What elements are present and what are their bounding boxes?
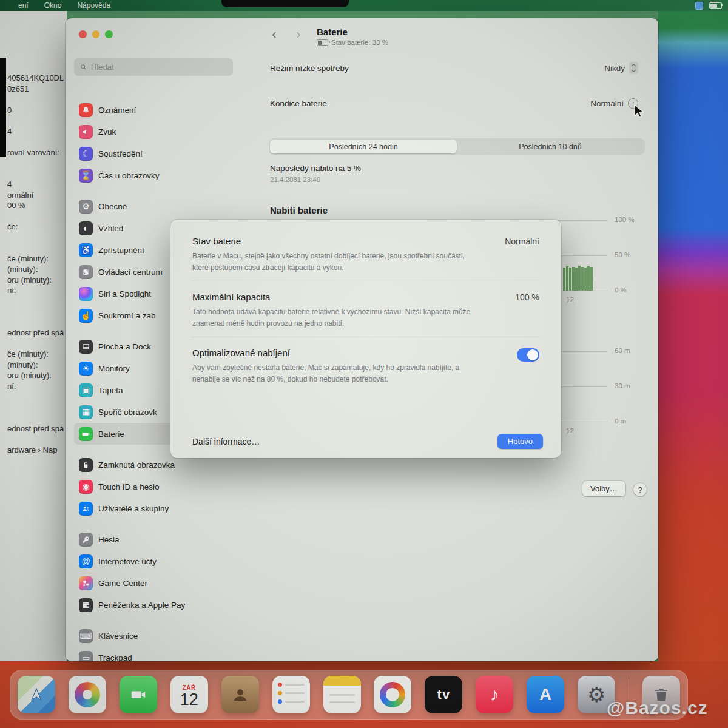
background-text-line [7,413,66,423]
background-text-line [7,317,66,328]
forward-button[interactable]: › [291,27,306,42]
background-text-line: če (minuty): [7,254,66,265]
background-text-line [7,211,66,222]
menubar-battery-icon[interactable] [709,2,722,9]
control-center-icon [79,265,93,279]
sidebar-item-label: Ovládací centrum [98,268,163,277]
background-text-line: rovní varování: [7,147,66,158]
dock-apple-tv-icon[interactable]: tv [425,676,462,713]
dock-maps-icon[interactable] [18,676,55,713]
sidebar-item-touch-id-a-heslo[interactable]: ◉Touch ID a heslo [74,476,240,497]
sidebar-item-game-center[interactable]: Game Center [74,572,240,594]
app-store-letter: A [539,686,551,703]
dock: ZÁŘ12tv♪A⚙ [10,670,688,720]
sidebar-group: OznámeníZvuk☾Soustředění⌛Čas u obrazovky [74,99,240,186]
chart-bar [563,268,565,291]
screensaver-icon: ▦ [79,405,93,419]
background-text-line [7,94,66,105]
dock-calendar-icon[interactable]: ZÁŘ12 [170,676,208,713]
speaker-icon [79,125,93,139]
dock-app-store-icon[interactable]: A [527,676,564,713]
dock-photos-icon[interactable] [69,676,106,713]
done-button[interactable]: Hotovo [497,434,543,449]
sidebar-item-oznameni[interactable]: Oznámení [74,99,240,121]
chart-bar [569,268,571,291]
menu-okno[interactable]: Okno [44,1,62,10]
optimalizovane-nabijeni-description: Aby vám zbytečně nestárla baterie, Mac s… [192,362,482,385]
people-icon [79,502,93,516]
sidebar-item-klavesnice[interactable]: ⌨Klávesnice [74,625,240,647]
minimize-button[interactable] [92,30,100,38]
battery-health-label: Kondice baterie [270,99,327,108]
sidebar-item-penezenka-a-apple-pay[interactable]: Peněženka a Apple Pay [74,594,240,616]
background-text-line [7,434,66,445]
popover-rows: Stav baterieBaterie v Macu, stejně jako … [170,226,561,393]
menubar-app-icon[interactable] [695,2,703,10]
back-button[interactable]: ‹ [267,27,281,42]
maximalni-kapacita-description: Tato hodnota udává kapacitu baterie rela… [192,306,482,329]
background-text-line [7,339,66,349]
sidebar-item-obecne[interactable]: ⚙Obecné [74,195,240,217]
dock-contacts-icon[interactable] [221,676,259,713]
background-text-line: 405614KQ10DL [7,73,66,84]
optimized-charging-toggle[interactable] [517,348,539,362]
low-power-label: Režim nízké spotřeby [270,64,349,73]
menu-napoveda[interactable]: Nápověda [77,1,110,10]
background-text-line [7,115,66,126]
sidebar-item-label: Uživatelé a skupiny [98,504,169,513]
close-button[interactable] [79,30,87,38]
chart-bar [578,266,581,291]
time-range-segmented-control: Posledních 24 hodinPosledních 10 dnů [269,138,645,155]
sidebar-item-trackpad[interactable]: ▭Trackpad [74,647,240,661]
search-placeholder: Hledat [91,62,114,72]
chart-x-tick: 12 [566,296,574,303]
options-button[interactable]: Volby… [582,481,625,496]
search-input[interactable]: Hledat [74,58,233,76]
sidebar-item-label: Game Center [98,579,147,588]
reminder-row [278,691,305,695]
dock-music-icon[interactable]: ♪ [476,676,513,713]
sidebar-item-internetove-ucty[interactable]: @Internetové účty [74,550,240,572]
dock-wave-app-icon[interactable] [374,676,411,713]
sidebar-item-label: Baterie [98,430,124,439]
low-power-select[interactable]: Nikdy [604,62,638,74]
battery-status-icon [317,39,328,46]
sidebar-item-uzivatele-a-skupiny[interactable]: Uživatelé a skupiny [74,497,240,519]
background-text-line [7,296,66,307]
battery-health-popover: Stav baterieBaterie v Macu, stejně jako … [170,220,561,458]
background-text-line: 0 [7,105,66,116]
sidebar-item-cas-u-obrazovky[interactable]: ⌛Čas u obrazovky [74,164,240,186]
menubar-dark-patch [221,0,349,7]
menubar-menus: eníOknoNápověda [0,1,110,10]
more-info-button[interactable]: Další informace… [192,437,260,447]
low-power-row: Režim nízké spotřeby Nikdy [270,62,638,74]
sidebar-item-hesla[interactable]: Hesla [74,528,240,550]
background-text-line [7,243,66,254]
sidebar-item-label: Tapeta [98,386,123,395]
segment-poslednich-24-hodin[interactable]: Posledních 24 hodin [270,140,457,153]
photos-flower-icon [75,682,100,707]
tv-logo-text: tv [437,687,451,703]
sidebar-item-label: Zpřístupnění [98,246,144,255]
dock-notes-icon[interactable] [323,676,361,713]
sidebar-group: ⌨Klávesnice▭Trackpad [74,625,240,661]
background-text-line: ardware › Nap [7,445,66,456]
notes-line [329,694,355,696]
sidebar-item-zvuk[interactable]: Zvuk [74,121,240,143]
sidebar-item-label: Siri a Spotlight [98,289,151,298]
menu-eni[interactable]: ení [18,1,29,10]
dock-reminders-icon[interactable] [272,676,310,713]
dock-facetime-icon[interactable] [120,676,157,713]
background-text-line [7,136,66,147]
gear-icon: ⚙ [587,684,605,705]
chart-bar [587,266,590,291]
chart-title: Nabití baterie [270,205,328,215]
background-text-line: 00 % [7,200,66,211]
fullscreen-button[interactable] [105,30,113,38]
sidebar-item-soustredeni[interactable]: ☾Soustředění [74,143,240,164]
help-button[interactable]: ? [633,483,647,496]
music-note-icon: ♪ [490,686,499,704]
reminder-line [285,701,305,703]
background-text-line: 4 [7,126,66,137]
segment-poslednich-10-dnu[interactable]: Posledních 10 dnů [457,140,644,153]
